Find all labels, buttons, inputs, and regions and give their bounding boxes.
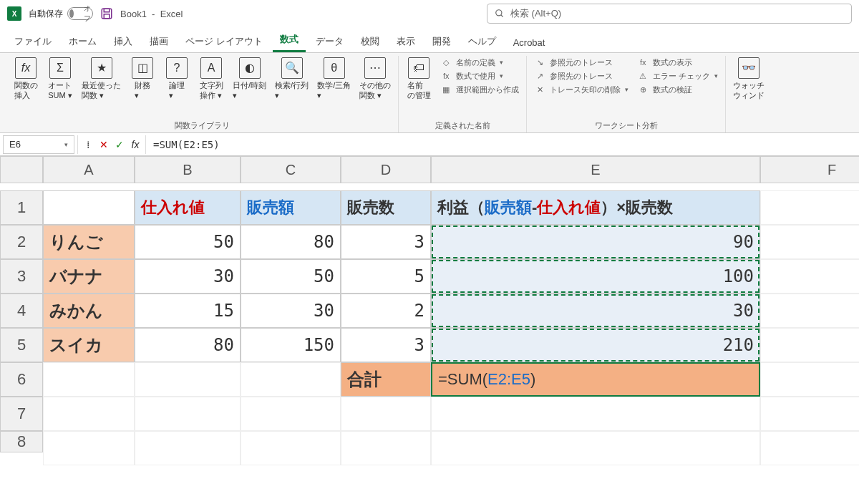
cell-d2[interactable]: 3 — [341, 225, 431, 259]
cell-f7[interactable] — [760, 397, 859, 431]
cell-e1[interactable]: 利益（販売額-仕入れ値）×販売数 — [431, 190, 760, 225]
formula-dropdown-icon[interactable]: ⁞ — [81, 137, 95, 152]
cell-e3[interactable]: 100 — [431, 259, 760, 294]
col-header-f[interactable]: F — [760, 156, 859, 183]
recent-functions-button[interactable]: ★最近使った 関数 ▾ — [79, 56, 124, 102]
tab-developer[interactable]: 開発 — [425, 31, 458, 52]
row-header-5[interactable]: 5 — [0, 328, 43, 362]
cell-f2[interactable] — [760, 225, 859, 259]
autosum-button[interactable]: Σオート SUM ▾ — [44, 56, 76, 102]
cell-e8[interactable] — [431, 431, 760, 465]
other-functions-button[interactable]: ⋯その他の 関数 ▾ — [356, 56, 394, 102]
cell-a6[interactable] — [43, 362, 135, 397]
cell-d7[interactable] — [341, 397, 431, 431]
confirm-button[interactable]: ✓ — [112, 137, 127, 152]
row-header-7[interactable]: 7 — [0, 397, 43, 431]
math-button[interactable]: θ数学/三角 ▾ — [314, 56, 354, 102]
text-button[interactable]: A文字列 操作 ▾ — [195, 56, 227, 102]
cell-b6[interactable] — [135, 362, 241, 397]
cell-a3[interactable]: バナナ — [43, 259, 135, 294]
financial-button[interactable]: ◫財務 ▾ — [127, 56, 158, 102]
cell-a1[interactable] — [43, 190, 135, 225]
cell-d8[interactable] — [341, 431, 431, 465]
cell-b1[interactable]: 仕入れ値 — [135, 190, 241, 225]
select-all-corner[interactable] — [0, 156, 43, 183]
formula-input[interactable]: =SUM(E2:E5) — [146, 139, 859, 150]
tab-insert[interactable]: 挿入 — [107, 31, 140, 52]
cell-d5[interactable]: 3 — [341, 328, 431, 362]
cell-c8[interactable] — [241, 431, 341, 465]
cell-c1[interactable]: 販売額 — [241, 190, 341, 225]
row-header-2[interactable]: 2 — [0, 225, 43, 259]
cell-d1[interactable]: 販売数 — [341, 190, 431, 225]
tab-draw[interactable]: 描画 — [142, 31, 175, 52]
tab-page-layout[interactable]: ページ レイアウト — [178, 31, 270, 52]
cell-b5[interactable]: 80 — [135, 328, 241, 362]
tab-help[interactable]: ヘルプ — [461, 31, 503, 52]
cell-c2[interactable]: 80 — [241, 225, 341, 259]
col-header-a[interactable]: A — [43, 156, 135, 183]
toggle-switch[interactable]: オフ — [67, 7, 93, 20]
spreadsheet-grid[interactable]: A B C D E F 1 仕入れ値 販売額 販売数 利益（販売額-仕入れ値）×… — [0, 156, 859, 465]
tab-data[interactable]: データ — [309, 31, 351, 52]
cell-c7[interactable] — [241, 397, 341, 431]
cell-f6[interactable] — [760, 362, 859, 397]
logical-button[interactable]: ?論理 ▾ — [161, 56, 193, 102]
col-header-b[interactable]: B — [135, 156, 241, 183]
name-manager-button[interactable]: 🏷名前 の管理 — [403, 56, 435, 102]
row-header-6[interactable]: 6 — [0, 362, 43, 397]
watch-window-button[interactable]: 👓ウォッチ ウィンド — [730, 56, 767, 102]
use-in-formula-button[interactable]: fx数式で使用 ▾ — [437, 69, 522, 82]
cell-d6[interactable]: 合計 — [341, 362, 431, 397]
cell-a7[interactable] — [43, 397, 135, 431]
remove-arrows-button[interactable]: ✕トレース矢印の削除 ▾ — [531, 83, 631, 96]
save-icon[interactable] — [100, 7, 113, 20]
cell-b4[interactable]: 15 — [135, 294, 241, 328]
col-header-e[interactable]: E — [431, 156, 760, 183]
insert-function-button[interactable]: fx関数の 挿入 — [10, 56, 42, 102]
cell-c4[interactable]: 30 — [241, 294, 341, 328]
cell-e2[interactable]: 90 — [431, 225, 760, 259]
tab-home[interactable]: ホーム — [62, 31, 104, 52]
cell-b3[interactable]: 30 — [135, 259, 241, 294]
col-header-c[interactable]: C — [241, 156, 341, 183]
cell-d3[interactable]: 5 — [341, 259, 431, 294]
cell-b8[interactable] — [135, 431, 241, 465]
cell-b7[interactable] — [135, 397, 241, 431]
tab-formulas[interactable]: 数式 — [273, 29, 306, 52]
row-header-8[interactable]: 8 — [0, 431, 43, 452]
cell-a5[interactable]: スイカ — [43, 328, 135, 362]
row-header-3[interactable]: 3 — [0, 259, 43, 294]
cell-e6-active[interactable]: =SUM(E2:E5) — [431, 362, 760, 397]
cell-a2[interactable]: りんご — [43, 225, 135, 259]
row-header-4[interactable]: 4 — [0, 294, 43, 328]
define-name-button[interactable]: ◇名前の定義 ▾ — [437, 56, 522, 69]
cell-c5[interactable]: 150 — [241, 328, 341, 362]
show-formulas-button[interactable]: fx数式の表示 — [634, 56, 721, 69]
name-box[interactable]: E6▾ — [3, 135, 74, 154]
tab-review[interactable]: 校閲 — [354, 31, 387, 52]
row-header-1[interactable]: 1 — [0, 190, 43, 225]
cell-e7[interactable] — [431, 397, 760, 431]
cell-e5[interactable]: 210 — [431, 328, 760, 362]
cell-c3[interactable]: 50 — [241, 259, 341, 294]
cell-f5[interactable] — [760, 328, 859, 362]
evaluate-formula-button[interactable]: ⊕数式の検証 — [634, 83, 721, 96]
cell-a8[interactable] — [43, 431, 135, 465]
create-from-selection-button[interactable]: ▦選択範囲から作成 — [437, 83, 522, 96]
cell-a4[interactable]: みかん — [43, 294, 135, 328]
search-input[interactable]: 検索 (Alt+Q) — [487, 4, 852, 24]
error-check-button[interactable]: ⚠エラー チェック ▾ — [634, 69, 721, 82]
cell-e4[interactable]: 30 — [431, 294, 760, 328]
cell-d4[interactable]: 2 — [341, 294, 431, 328]
cell-b2[interactable]: 50 — [135, 225, 241, 259]
col-header-d[interactable]: D — [341, 156, 431, 183]
tab-file[interactable]: ファイル — [7, 31, 59, 52]
tab-acrobat[interactable]: Acrobat — [506, 33, 553, 52]
tab-view[interactable]: 表示 — [389, 31, 422, 52]
cell-f8[interactable] — [760, 431, 859, 465]
lookup-button[interactable]: 🔍検索/行列 ▾ — [272, 56, 311, 102]
cancel-button[interactable]: ✕ — [97, 137, 111, 152]
cell-f3[interactable] — [760, 259, 859, 294]
datetime-button[interactable]: ◐日付/時刻 ▾ — [230, 56, 269, 102]
